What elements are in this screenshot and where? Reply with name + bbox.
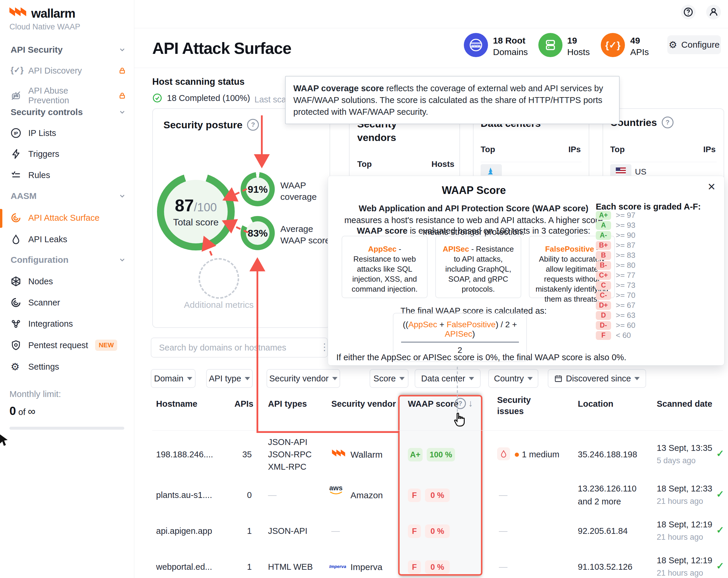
grade-row: A->= 90 [596,231,635,240]
app-root: wallarm Cloud Native WAAP API Security {… [0,0,728,578]
apis-cell: 35 [227,450,252,460]
grade-row: D>= 63 [596,311,635,320]
modal-note: If either the AppSec or APISec score is … [336,353,626,362]
sidebar-item-scanner[interactable]: Scanner [10,297,126,308]
braces-check-icon: {✓} [10,65,21,76]
security-issue-icon[interactable] [497,447,510,460]
scan-completed-text: 18 Completed (100%) [167,93,250,103]
monthly-limit-progressbar [9,427,124,430]
search-input[interactable] [151,337,328,358]
help-icon [683,7,694,17]
appsec-card: AppSec - Resistance to web attacks like … [342,236,427,298]
countries-col-top: Top [610,145,625,154]
sidebar-section-aasm[interactable]: AASM [10,191,126,201]
datacenters-col-ips: IPs [568,145,581,154]
user-button[interactable] [706,5,721,20]
waap-score-modal: WAAP Score × Web Application and API Pro… [328,176,725,365]
sidebar-item-settings[interactable]: ⚙ Settings [10,361,126,372]
additional-metrics-label: Additional metrics [183,299,254,311]
filter-domain[interactable]: Domain [151,369,196,388]
scan-success-icon: ✓ [716,448,724,459]
chevron-down-icon [332,377,338,380]
medium-severity-dot [515,452,519,457]
sidebar-item-api-leaks[interactable]: API Leaks [10,234,126,245]
sidebar-item-ip-lists[interactable]: IP IP Lists [10,128,126,138]
checklist-icon [10,170,21,181]
filter-api-type[interactable]: API type [206,369,253,388]
sidebar-item-api-attack-surface[interactable]: API Attack Surface [10,213,126,223]
close-icon[interactable]: × [708,180,715,193]
topbar-divider [134,28,728,28]
waap-score-help-icon[interactable]: ? [455,398,466,409]
sidebar-item-triggers[interactable]: Triggers [10,148,126,159]
sidebar-section-security-controls[interactable]: Security controls [10,107,126,117]
issues-cell[interactable]: 1 medium [522,450,559,460]
scan-status-heading: Host scanning status [152,77,245,87]
sidebar-item-integrations[interactable]: Integrations [10,319,126,329]
sidebar-item-api-abuse-prevention[interactable]: API Abuse Prevention [10,86,126,105]
scan-date: 18 Sept, 12:33 [657,484,712,494]
chevron-down-icon [245,377,250,380]
integrations-icon [10,319,21,329]
hostname-cell[interactable]: plants.au-s1.... [156,490,212,500]
hostname-cell[interactable]: api.apigen.app [156,526,212,536]
hosts-stat: 19Hosts [567,35,590,58]
grade-row: C>= 73 [596,281,635,290]
lock-icon [119,92,126,100]
sidebar-item-api-discovery[interactable]: {✓} API Discovery [10,65,126,76]
col-api-types[interactable]: API types [268,399,307,409]
total-score-label: Total score [173,217,219,228]
root-domains-stat-icon: www [464,33,488,57]
sidebar-section-configuration[interactable]: Configuration [10,255,126,265]
total-score-max: /100 [194,201,217,214]
datacenters-col-top: Top [480,145,495,154]
droplet-icon [499,450,508,458]
filter-discovered-since[interactable]: Discovered since [548,369,646,388]
sidebar-item-rules[interactable]: Rules [10,170,126,181]
additional-metrics-circle[interactable] [199,258,239,299]
sort-descending-icon[interactable]: ↓ [468,398,473,409]
help-icon[interactable]: ? [662,116,674,128]
hostname-cell[interactable]: webportal.ed... [156,562,212,572]
hostname-cell[interactable]: 198.188.246.... [156,450,213,460]
help-button[interactable] [681,5,696,20]
scan-ago: 21 hours ago [657,533,703,542]
filter-country[interactable]: Country [488,369,538,388]
apis-cell: 1 [227,526,252,536]
wallarm-vendor-icon [331,449,346,460]
sidebar-item-pentest-request[interactable]: Pentest request NEW [10,340,126,351]
col-waap-score[interactable]: WAAP score [408,399,459,409]
infinity-icon: ∞ [28,405,36,417]
col-security-issues[interactable]: Security issues [497,394,538,417]
lock-icon [119,67,126,75]
col-security-vendor[interactable]: Security vendor [331,399,396,409]
vendor-name: Amazon [350,490,383,500]
grade-badge: F [408,489,421,502]
apis-cell: 1 [227,562,252,572]
location-more[interactable]: and 2 more [578,497,621,506]
chevron-down-icon [634,377,640,380]
grades-heading: Each score is graded A-F: [596,202,701,212]
api-type: JSON-API [268,437,308,447]
configure-button[interactable]: ⚙ Configure [667,35,721,54]
col-location[interactable]: Location [578,399,614,409]
brand-logo[interactable]: wallarm [9,6,75,21]
chevron-down-icon [469,377,474,380]
vendors-col-top: Top [357,160,372,169]
grade-badge: A+ [408,448,423,462]
issues-empty: — [499,562,508,572]
waap-coverage-tooltip: WAAP coverage score reflects the coverag… [285,76,620,124]
help-icon[interactable]: ? [247,119,259,131]
filter-score[interactable]: Score [370,369,409,388]
score-badge: 0 % [425,489,450,502]
col-apis[interactable]: APIs [234,399,253,409]
filter-security-vendor[interactable]: Security vendor [266,369,340,388]
filter-data-center[interactable]: Data center [415,369,480,388]
col-scanned-date[interactable]: Scanned date [657,399,712,409]
score-badge: 100 % [427,448,455,462]
braces-check-icon: {✓} [605,39,621,51]
col-hostname[interactable]: Hostname [156,399,197,409]
security-posture-title: Security posture [163,119,242,131]
sidebar-item-nodes[interactable]: Nodes [10,276,126,287]
sidebar-section-api-security[interactable]: API Security [10,45,126,55]
